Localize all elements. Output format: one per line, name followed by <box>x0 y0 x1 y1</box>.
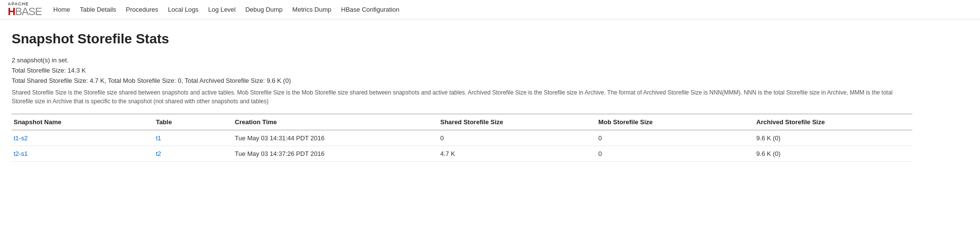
nav-link-metrics-dump[interactable]: Metrics Dump <box>292 6 331 13</box>
table-name-link[interactable]: t1 <box>156 134 161 142</box>
table-row: t1-s2t1Tue May 03 14:31:44 PDT 2016009.6… <box>12 130 912 146</box>
shared-storefile-size: 0 <box>438 130 596 146</box>
logo: APACHE HBASE <box>8 2 42 17</box>
nav-link-table-details[interactable]: Table Details <box>80 6 116 13</box>
col-header-creation: Creation Time <box>233 114 438 130</box>
nav-link-procedures[interactable]: Procedures <box>126 6 158 13</box>
creation-time: Tue May 03 14:31:44 PDT 2016 <box>233 130 438 146</box>
mob-storefile-size: 0 <box>596 130 754 146</box>
archived-storefile-size: 9.6 K (0) <box>754 130 912 146</box>
summary-breakdown: Total Shared Storefile Size: 4.7 K, Tota… <box>12 77 912 84</box>
nav-link-local-logs[interactable]: Local Logs <box>168 6 198 13</box>
page-title: Snapshot Storefile Stats <box>12 31 912 47</box>
creation-time: Tue May 03 14:37:26 PDT 2016 <box>233 146 438 162</box>
snapshot-table: Snapshot Name Table Creation Time Shared… <box>12 114 912 162</box>
nav-links: HomeTable DetailsProceduresLocal LogsLog… <box>53 6 410 13</box>
logo-hbase-text: HBASE <box>8 6 42 17</box>
summary-total-size: Total Storefile Size: 14.3 K <box>12 67 912 74</box>
mob-storefile-size: 0 <box>596 146 754 162</box>
col-header-archived: Archived Storefile Size <box>754 114 912 130</box>
nav-link-hbase-configuration[interactable]: HBase Configuration <box>341 6 399 13</box>
description-text: Shared Storefile Size is the Storefile s… <box>12 88 912 106</box>
col-header-table: Table <box>154 114 232 130</box>
nav-link-home[interactable]: Home <box>53 6 71 13</box>
nav-link-log-level[interactable]: Log Level <box>208 6 235 13</box>
nav-link-debug-dump[interactable]: Debug Dump <box>245 6 283 13</box>
snapshot-name-link[interactable]: t1-s2 <box>14 134 28 142</box>
snapshot-name-link[interactable]: t2-s1 <box>14 150 28 157</box>
shared-storefile-size: 4.7 K <box>438 146 596 162</box>
table-header-row: Snapshot Name Table Creation Time Shared… <box>12 114 912 130</box>
col-header-snapshot-name: Snapshot Name <box>12 114 154 130</box>
summary-snapshots: 2 snapshot(s) in set. <box>12 57 912 64</box>
table-name-link[interactable]: t2 <box>156 150 161 157</box>
table-row: t2-s1t2Tue May 03 14:37:26 PDT 20164.7 K… <box>12 146 912 162</box>
archived-storefile-size: 9.6 K (0) <box>754 146 912 162</box>
navbar: APACHE HBASE HomeTable DetailsProcedures… <box>0 0 980 19</box>
main-content: Snapshot Storefile Stats 2 snapshot(s) i… <box>0 19 924 181</box>
col-header-shared: Shared Storefile Size <box>438 114 596 130</box>
col-header-mob: Mob Storefile Size <box>596 114 754 130</box>
